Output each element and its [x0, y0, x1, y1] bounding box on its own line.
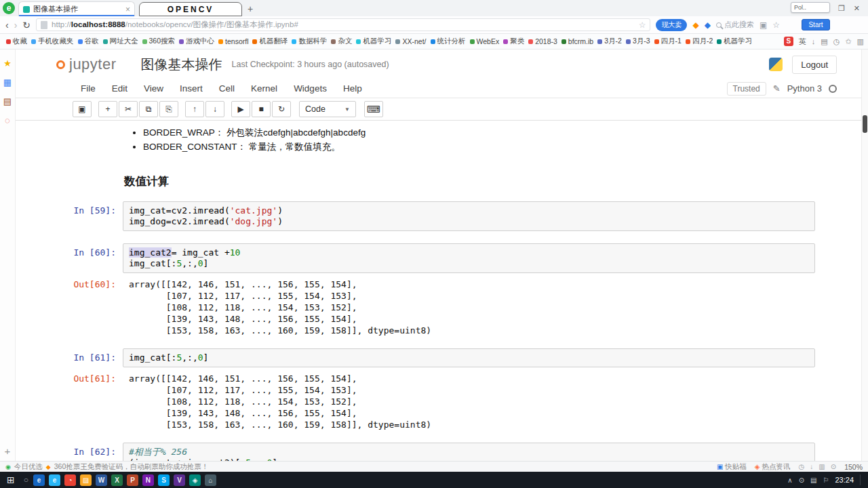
forward-icon[interactable]: › [14, 20, 18, 30]
taskbar-app-icon[interactable]: e [49, 474, 60, 486]
status-promo-link[interactable]: 360抢票王免费验证码，自动刷票助你成功抢票！ [54, 462, 209, 472]
bookmark-item[interactable]: 3月-3 [624, 36, 652, 47]
code-input[interactable]: img_cat=cv2.imread('cat.jpg') img_dog=cv… [123, 201, 815, 231]
code-input[interactable]: img_cat[:5,:,0] [123, 348, 815, 367]
bookmark-item[interactable]: 谷歌 [76, 36, 101, 47]
cell-type-select[interactable]: Code ▼ [299, 101, 356, 117]
run-cell-button[interactable]: ▶ [231, 101, 250, 117]
menu-file[interactable]: File [73, 81, 104, 96]
bookmark-item[interactable]: 3月-2 [595, 36, 624, 47]
bookmark-item[interactable]: 机器学习 [354, 36, 393, 47]
bookmark-item[interactable]: 手机收藏夹 [29, 36, 76, 47]
kuaitie-item[interactable]: ▣快贴福 [717, 462, 747, 472]
bookmark-item[interactable]: 机器学习 [715, 36, 754, 47]
taskbar-app-icon[interactable]: W [96, 474, 107, 486]
bookmark-item[interactable]: tensorfl [216, 37, 250, 46]
code-input[interactable]: #相当于% 256 (img_cat + img_cat2)[:5,:,0] [123, 443, 815, 461]
bookmark-item[interactable]: 四月-2 [684, 36, 715, 47]
restart-kernel-button[interactable]: ↻ [272, 101, 291, 117]
taskbar-app-icon[interactable]: ⌂ [205, 474, 216, 486]
tray-icon[interactable]: ∧ [787, 476, 792, 484]
notebook-title[interactable]: 图像基本操作 [141, 56, 222, 74]
favorites-star-icon[interactable]: ★ [3, 59, 12, 68]
menu-insert[interactable]: Insert [172, 81, 211, 96]
paste-cell-button[interactable]: ⎘ [159, 101, 178, 117]
status-tool-icon[interactable]: ↓ [810, 463, 813, 470]
code-cell[interactable]: In [61]:img_cat[:5,:,0] [16, 348, 868, 367]
notes-icon[interactable]: ▤ [3, 97, 12, 106]
bookmark-item[interactable]: WebEx [468, 37, 502, 46]
interrupt-kernel-button[interactable]: ■ [252, 101, 271, 117]
bookmark-item[interactable]: 四月-1 [652, 36, 684, 47]
close-icon[interactable]: ✕ [854, 4, 860, 13]
taskbar-app-icon[interactable]: P [127, 474, 138, 486]
taskbar-app-icon[interactable]: V [174, 474, 185, 486]
menu-edit[interactable]: Edit [104, 81, 136, 96]
menu-kernel[interactable]: Kernel [243, 81, 285, 96]
opencv-tab[interactable]: OPENCV [139, 2, 242, 16]
daily-picks-label[interactable]: 今日优选 [14, 462, 43, 472]
taskbar-app-icon[interactable]: X [111, 474, 123, 486]
taskbar-app-icon[interactable]: ◔ [64, 474, 76, 486]
bookmark-item[interactable]: 360搜索 [140, 36, 178, 47]
bookmark-item[interactable]: 杂文 [329, 36, 354, 47]
taskbar-app-icon[interactable]: e [33, 474, 45, 486]
browser-logo-icon[interactable]: e [3, 2, 15, 14]
zoom-level[interactable]: 150% [844, 463, 863, 471]
clock[interactable]: 23:24 [835, 476, 854, 484]
back-icon[interactable]: ‹ [5, 20, 9, 30]
taskbar-app-icon[interactable]: S [158, 474, 170, 486]
bookmark-item[interactable]: bfcrm.ib [559, 37, 595, 46]
favorites-star-icon[interactable]: ☆ [772, 20, 780, 30]
tray-icon[interactable]: ▤ [810, 476, 816, 484]
menu-help[interactable]: Help [335, 81, 370, 96]
translate-icon[interactable]: 英 [799, 38, 806, 45]
taskbar-search-icon[interactable]: ○ [24, 476, 28, 484]
quick-search[interactable]: 点此搜索 [716, 20, 754, 30]
add-rail-icon[interactable]: + [5, 445, 11, 457]
tray-icon[interactable]: ⊙ [799, 476, 804, 484]
refresh-icon[interactable]: ↻ [22, 20, 31, 30]
bookmark-item[interactable]: 数据科学 [290, 36, 329, 47]
reader-icon[interactable]: ▤ [821, 38, 827, 45]
recorder-panel[interactable]: Pol.. [791, 2, 830, 13]
apps-grid-icon[interactable]: ▦ [3, 78, 12, 87]
pencil-icon[interactable]: ✎ [773, 83, 781, 94]
logout-button[interactable]: Logout [792, 56, 837, 74]
tab-close-icon[interactable]: × [125, 5, 130, 14]
extension-orange-icon[interactable]: ◆ [692, 20, 698, 30]
hot-news-item[interactable]: ◈热点资讯 [755, 462, 791, 472]
bookmark-item[interactable]: 机器翻译 [250, 36, 290, 47]
promo-badge[interactable]: 现大卖 [656, 19, 687, 31]
status-tool-icon[interactable]: ▥ [818, 463, 825, 470]
move-down-button[interactable]: ↓ [205, 101, 224, 117]
bookmark-item[interactable]: 2018-3 [526, 37, 559, 46]
capture-icon[interactable]: ◌ [5, 116, 10, 125]
move-up-button[interactable]: ↑ [185, 101, 204, 117]
code-cell[interactable]: In [60]:img_cat2= img_cat +10 img_cat[:5… [16, 243, 868, 273]
red-s-icon[interactable]: S [784, 37, 793, 46]
jupyter-logo[interactable]: jupyter [56, 56, 117, 73]
save-button[interactable]: ▣ [73, 101, 92, 117]
code-cell[interactable]: In [59]:img_cat=cv2.imread('cat.jpg') im… [16, 201, 868, 231]
maximize-icon[interactable]: ❐ [838, 4, 845, 13]
download-icon[interactable]: ↓ [812, 38, 816, 45]
cut-cell-button[interactable]: ✂ [119, 101, 138, 117]
address-input[interactable]: http://localhost:8888/notebooks/opencv/图… [36, 18, 650, 31]
browser-tab[interactable]: 图像基本操作 × [18, 1, 135, 16]
code-input[interactable]: img_cat2= img_cat +10 img_cat[:5,:,0] [123, 243, 815, 273]
status-tool-icon[interactable]: ◷ [799, 463, 805, 470]
taskbar-app-icon[interactable]: ▨ [80, 474, 92, 486]
show-desktop-button[interactable] [860, 474, 863, 485]
command-palette-button[interactable]: ⌨ [364, 101, 383, 117]
favorite-star-icon[interactable]: ✩ [845, 38, 851, 45]
page-scrollbar[interactable] [861, 49, 868, 461]
markdown-cell[interactable]: BORDER_WRAP： 外包装法cdefgh|abcdefgh|abcdefg… [16, 125, 868, 154]
new-tab-button[interactable]: + [248, 3, 253, 14]
bookmark-item[interactable]: 聚类 [501, 36, 526, 47]
start-button[interactable]: ⊞ [3, 475, 19, 485]
bookmark-star-icon[interactable]: ☆ [639, 20, 646, 30]
bookmark-item[interactable]: 游戏中心 [177, 36, 216, 47]
status-tool-icon[interactable]: ⊙ [831, 463, 836, 470]
copy-cell-button[interactable]: ⧉ [139, 101, 158, 117]
